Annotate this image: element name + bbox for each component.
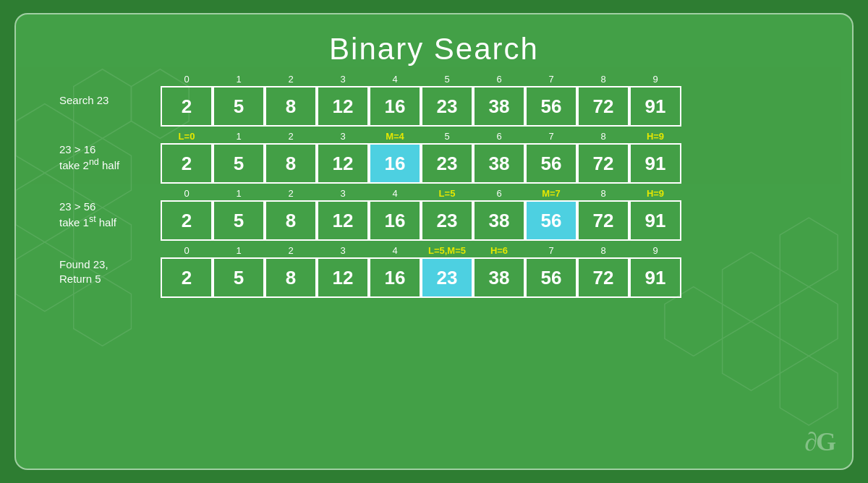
value-cell-0-7: 56 bbox=[525, 86, 577, 127]
index-cell-2-2: 2 bbox=[265, 188, 317, 199]
index-cell-3-7: 7 bbox=[525, 245, 577, 256]
index-cell-2-6: 6 bbox=[473, 188, 525, 199]
value-cell-3-0: 2 bbox=[161, 257, 213, 298]
row-group-2: 23 > 56take 1st half01234L=56M=78H=92581… bbox=[59, 188, 823, 241]
value-cell-3-5: 23 bbox=[421, 257, 473, 298]
value-cell-0-2: 8 bbox=[265, 86, 317, 127]
index-cell-0-1: 1 bbox=[213, 74, 265, 85]
value-cell-1-0: 2 bbox=[161, 143, 213, 184]
index-cell-0-9: 9 bbox=[629, 74, 681, 85]
index-cell-2-5: L=5 bbox=[421, 188, 473, 199]
index-cell-1-3: 3 bbox=[317, 131, 369, 142]
index-cell-1-8: 8 bbox=[577, 131, 629, 142]
index-row-2: 01234L=56M=78H=9 bbox=[161, 188, 681, 199]
cells-row-0: 25812162338567291 bbox=[161, 86, 681, 127]
value-cell-1-9: 91 bbox=[629, 143, 681, 184]
index-cell-1-7: 7 bbox=[525, 131, 577, 142]
value-cell-0-5: 23 bbox=[421, 86, 473, 127]
value-cell-3-2: 8 bbox=[265, 257, 317, 298]
index-cell-0-6: 6 bbox=[473, 74, 525, 85]
value-cell-3-6: 38 bbox=[473, 257, 525, 298]
index-cell-3-4: 4 bbox=[369, 245, 421, 256]
array-container-0: 012345678925812162338567291 bbox=[161, 74, 681, 127]
value-cell-2-4: 16 bbox=[369, 200, 421, 241]
value-cell-2-2: 8 bbox=[265, 200, 317, 241]
main-title: Binary Search bbox=[329, 32, 539, 67]
index-cell-1-5: 5 bbox=[421, 131, 473, 142]
cells-row-1: 25812162338567291 bbox=[161, 143, 681, 184]
array-container-2: 01234L=56M=78H=925812162338567291 bbox=[161, 188, 681, 241]
value-cell-3-9: 91 bbox=[629, 257, 681, 298]
index-cell-3-8: 8 bbox=[577, 245, 629, 256]
index-cell-0-2: 2 bbox=[265, 74, 317, 85]
value-cell-2-5: 23 bbox=[421, 200, 473, 241]
value-cell-3-1: 5 bbox=[213, 257, 265, 298]
value-cell-0-9: 91 bbox=[629, 86, 681, 127]
index-cell-1-2: 2 bbox=[265, 131, 317, 142]
index-cell-1-0: L=0 bbox=[161, 131, 213, 142]
array-container-1: L=0123M=45678H=925812162338567291 bbox=[161, 131, 681, 184]
index-cell-3-5: L=5,M=5 bbox=[421, 245, 473, 256]
row-label-0: Search 23 bbox=[59, 93, 161, 108]
row-label-2: 23 > 56take 1st half bbox=[59, 200, 161, 230]
row-label-3: Found 23,Return 5 bbox=[59, 257, 161, 286]
value-cell-3-8: 72 bbox=[577, 257, 629, 298]
index-cell-3-9: 9 bbox=[629, 245, 681, 256]
value-cell-3-3: 12 bbox=[317, 257, 369, 298]
value-cell-2-6: 38 bbox=[473, 200, 525, 241]
value-cell-0-6: 38 bbox=[473, 86, 525, 127]
index-cell-0-8: 8 bbox=[577, 74, 629, 85]
index-cell-2-7: M=7 bbox=[525, 188, 577, 199]
row-group-3: Found 23,Return 501234L=5,M=5H=678925812… bbox=[59, 245, 823, 298]
svg-marker-9 bbox=[780, 356, 838, 425]
index-cell-0-3: 3 bbox=[317, 74, 369, 85]
row-label-1: 23 > 16take 2nd half bbox=[59, 142, 161, 173]
logo-icon: ∂G bbox=[804, 427, 835, 457]
index-row-0: 0123456789 bbox=[161, 74, 681, 85]
value-cell-1-8: 72 bbox=[577, 143, 629, 184]
index-row-3: 01234L=5,M=5H=6789 bbox=[161, 245, 681, 256]
value-cell-2-3: 12 bbox=[317, 200, 369, 241]
value-cell-1-5: 23 bbox=[421, 143, 473, 184]
index-cell-2-9: H=9 bbox=[629, 188, 681, 199]
value-cell-0-0: 2 bbox=[161, 86, 213, 127]
cells-row-3: 25812162338567291 bbox=[161, 257, 681, 298]
value-cell-3-4: 16 bbox=[369, 257, 421, 298]
value-cell-0-8: 72 bbox=[577, 86, 629, 127]
card: Binary Search Search 2301234567892581216… bbox=[14, 13, 854, 470]
value-cell-1-4: 16 bbox=[369, 143, 421, 184]
index-cell-1-4: M=4 bbox=[369, 131, 421, 142]
array-container-3: 01234L=5,M=5H=678925812162338567291 bbox=[161, 245, 681, 298]
index-cell-1-6: 6 bbox=[473, 131, 525, 142]
index-cell-1-1: 1 bbox=[213, 131, 265, 142]
value-cell-1-6: 38 bbox=[473, 143, 525, 184]
value-cell-2-9: 91 bbox=[629, 200, 681, 241]
row-group-1: 23 > 16take 2nd halfL=0123M=45678H=92581… bbox=[59, 131, 823, 184]
value-cell-1-1: 5 bbox=[213, 143, 265, 184]
index-cell-2-1: 1 bbox=[213, 188, 265, 199]
index-cell-1-9: H=9 bbox=[629, 131, 681, 142]
index-cell-0-5: 5 bbox=[421, 74, 473, 85]
value-cell-0-4: 16 bbox=[369, 86, 421, 127]
index-cell-3-6: H=6 bbox=[473, 245, 525, 256]
cells-row-2: 25812162338567291 bbox=[161, 200, 681, 241]
index-cell-2-8: 8 bbox=[577, 188, 629, 199]
index-cell-3-3: 3 bbox=[317, 245, 369, 256]
svg-marker-8 bbox=[723, 322, 780, 391]
value-cell-2-7: 56 bbox=[525, 200, 577, 241]
value-cell-1-7: 56 bbox=[525, 143, 577, 184]
value-cell-0-3: 12 bbox=[317, 86, 369, 127]
index-cell-2-0: 0 bbox=[161, 188, 213, 199]
value-cell-2-0: 2 bbox=[161, 200, 213, 241]
index-cell-3-1: 1 bbox=[213, 245, 265, 256]
index-cell-3-2: 2 bbox=[265, 245, 317, 256]
index-row-1: L=0123M=45678H=9 bbox=[161, 131, 681, 142]
index-cell-3-0: 0 bbox=[161, 245, 213, 256]
content-area: Search 2301234567892581216233856729123 >… bbox=[16, 74, 852, 299]
index-cell-2-3: 3 bbox=[317, 188, 369, 199]
row-group-0: Search 23012345678925812162338567291 bbox=[59, 74, 823, 127]
index-cell-0-4: 4 bbox=[369, 74, 421, 85]
index-cell-0-7: 7 bbox=[525, 74, 577, 85]
value-cell-2-8: 72 bbox=[577, 200, 629, 241]
value-cell-1-3: 12 bbox=[317, 143, 369, 184]
